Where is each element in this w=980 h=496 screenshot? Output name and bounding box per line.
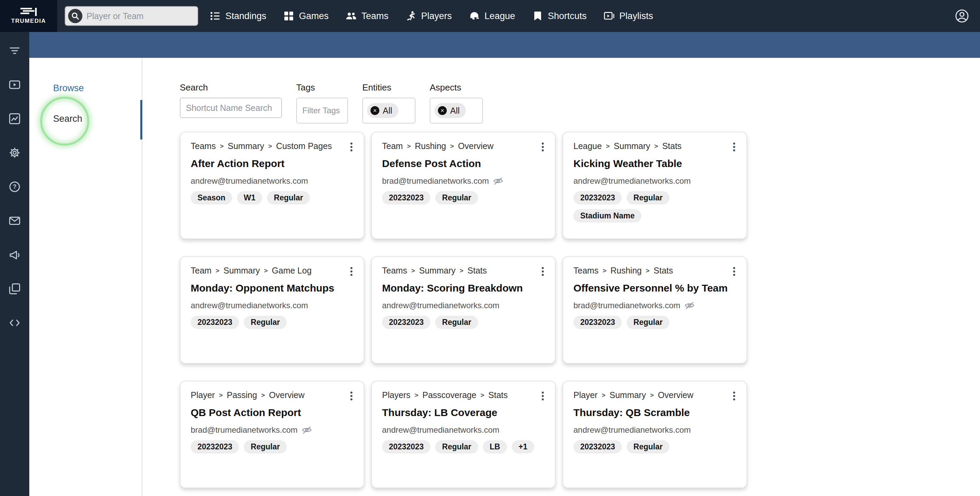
panel-item-search[interactable]: Search — [53, 114, 83, 124]
card-menu-button[interactable] — [345, 389, 358, 403]
card-menu-button[interactable] — [345, 140, 358, 154]
card-owner-email: brad@trumedianetworks.com — [382, 176, 489, 186]
tag-pill: 20232023 — [573, 440, 622, 453]
video-icon[interactable] — [9, 79, 21, 90]
nav-league[interactable]: League — [469, 11, 515, 21]
tag-pill: 20232023 — [382, 191, 430, 204]
card-menu-button[interactable] — [728, 264, 740, 279]
nav-label: Standings — [226, 11, 266, 21]
card-tags: 20232023Regular — [382, 316, 545, 329]
shortcut-name-search-input[interactable] — [180, 98, 282, 118]
breadcrumb-segment: Passcoverage — [422, 390, 476, 400]
filter-tags-input[interactable] — [296, 98, 348, 124]
card-menu-button[interactable] — [728, 389, 740, 403]
shortcut-card[interactable]: League>Summary>Stats Kicking Weather Tab… — [563, 132, 747, 239]
help-icon[interactable]: ? — [9, 181, 21, 193]
card-title: Monday: Opponent Matchups — [191, 282, 353, 295]
hidden-icon — [684, 301, 695, 310]
shortcut-card[interactable]: Teams>Summary>Custom Pages After Action … — [180, 132, 364, 239]
shortcut-card[interactable]: Team>Rushing>Overview Defense Post Actio… — [371, 132, 556, 239]
card-menu-button[interactable] — [537, 389, 549, 403]
library-icon[interactable] — [9, 283, 21, 295]
nav-label: Players — [421, 11, 452, 21]
card-title: Thursday: QB Scramble — [573, 406, 736, 419]
playlists-icon — [604, 11, 615, 21]
card-title: Defense Post Action — [382, 157, 545, 170]
nav-playlists[interactable]: Playlists — [604, 11, 653, 21]
shortcut-card[interactable]: Team>Summary>Game Log Monday: Opponent M… — [180, 256, 364, 364]
tag-pill: LB — [483, 440, 507, 453]
nav-players[interactable]: Players — [406, 11, 452, 21]
remove-aspects-filter-icon[interactable]: × — [438, 106, 447, 115]
breadcrumb-segment: League — [573, 141, 602, 151]
breadcrumb-segment: Summary — [614, 141, 651, 151]
breadcrumb-segment: Rushing — [415, 141, 446, 151]
nav-label: League — [485, 11, 515, 21]
aspects-select[interactable]: × All — [430, 98, 483, 124]
tag-pill: 20232023 — [191, 316, 239, 329]
filter-icon[interactable] — [9, 45, 21, 57]
card-menu-button[interactable] — [537, 264, 549, 279]
card-menu-button[interactable] — [345, 264, 358, 279]
account-button[interactable] — [955, 9, 969, 23]
filter-tags-label: Tags — [296, 82, 348, 93]
card-owner-row: andrew@trumedianetworks.com — [191, 301, 353, 310]
tag-pill: +1 — [512, 440, 534, 453]
breadcrumb-separator-icon: > — [261, 391, 265, 399]
mail-icon[interactable] — [9, 215, 21, 227]
teams-icon — [345, 11, 356, 21]
breadcrumb-separator-icon: > — [480, 391, 484, 399]
card-title: Offensive Personnel % by Team — [573, 282, 736, 295]
shortcut-card[interactable]: Teams>Rushing>Stats Offensive Personnel … — [563, 256, 747, 364]
remove-entities-filter-icon[interactable]: × — [371, 106, 379, 115]
card-title: Thursday: LB Coverage — [382, 406, 545, 419]
global-search-box — [65, 6, 198, 26]
filter-aspects-label: Aspects — [430, 82, 483, 93]
megaphone-icon[interactable] — [9, 249, 21, 261]
trumedia-logo[interactable]: TRUMEDIA — [0, 0, 57, 32]
nav-teams[interactable]: Teams — [345, 11, 388, 21]
shortcut-card[interactable]: Player>Passing>Overview QB Post Action R… — [180, 381, 364, 488]
breadcrumb-segment: Rushing — [611, 266, 642, 276]
gear-icon[interactable] — [9, 147, 21, 158]
global-search-input[interactable] — [86, 11, 192, 21]
card-tags: 20232023Regular — [573, 440, 736, 453]
tag-pill: Regular — [627, 191, 670, 204]
card-breadcrumb: Teams>Rushing>Stats — [573, 266, 736, 276]
card-menu-button[interactable] — [537, 140, 549, 154]
breadcrumb-separator-icon: > — [650, 391, 654, 399]
hidden-icon — [302, 426, 312, 434]
breadcrumb-separator-icon: > — [216, 267, 219, 274]
breadcrumb-separator-icon: > — [268, 143, 272, 150]
card-owner-email: andrew@trumedianetworks.com — [573, 176, 691, 186]
breadcrumb-segment: Player — [191, 390, 215, 400]
nav-shortcuts[interactable]: Shortcuts — [532, 11, 587, 21]
card-breadcrumb: Teams>Summary>Custom Pages — [191, 141, 353, 151]
tag-pill: Stadium Name — [573, 209, 641, 222]
shortcut-card[interactable]: Teams>Summary>Stats Monday: Scoring Brea… — [371, 256, 556, 364]
tag-pill: Regular — [435, 440, 478, 453]
shortcut-card[interactable]: Players>Passcoverage>Stats Thursday: LB … — [371, 381, 556, 488]
card-breadcrumb: League>Summary>Stats — [573, 141, 736, 151]
filter-tags-group: Tags — [296, 82, 348, 124]
breadcrumb-segment: Summary — [223, 266, 260, 276]
shortcut-card[interactable]: Player>Summary>Overview Thursday: QB Scr… — [563, 381, 747, 488]
nav-games[interactable]: Games — [283, 11, 329, 21]
filter-aspects-group: Aspects × All — [430, 82, 483, 124]
entities-select[interactable]: × All — [362, 98, 415, 124]
nav-label: Playlists — [619, 11, 653, 21]
panel-item-browse[interactable]: Browse — [53, 83, 84, 93]
tag-pill: 20232023 — [573, 316, 622, 329]
card-owner-email: brad@trumedianetworks.com — [573, 301, 680, 310]
card-tags: 20232023RegularStadium Name — [573, 191, 736, 222]
games-icon — [283, 11, 294, 21]
top-navigation-bar: TRUMEDIA Standings Games — [0, 0, 980, 32]
nav-standings[interactable]: Standings — [210, 11, 266, 21]
breadcrumb-segment: Teams — [382, 266, 407, 276]
card-menu-button[interactable] — [728, 140, 740, 154]
code-icon[interactable] — [9, 317, 21, 329]
primary-nav: Standings Games Teams Players — [210, 11, 653, 21]
charts-icon[interactable] — [9, 113, 21, 125]
standings-icon — [210, 11, 221, 21]
breadcrumb-segment: Stats — [488, 390, 508, 400]
